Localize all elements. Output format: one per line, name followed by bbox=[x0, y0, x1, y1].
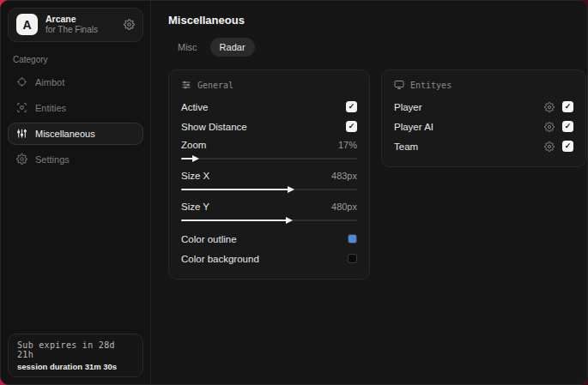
app-window: A Arcane for The Finals Category Aimbot bbox=[0, 0, 588, 385]
entity-row-team: Team ✓ bbox=[394, 136, 573, 156]
crosshair-icon bbox=[16, 76, 27, 87]
entities-panel: Entityes Player ✓ Player AI bbox=[381, 69, 586, 167]
player-ai-checkbox[interactable]: ✓ bbox=[562, 121, 573, 132]
size-x-slider-group: Size X 483px bbox=[181, 167, 357, 190]
subscription-card: Sub expires in 28d 21h session duration … bbox=[8, 334, 143, 377]
sidebar-item-aimbot[interactable]: Aimbot bbox=[8, 71, 143, 93]
toggle-row-active: Active ✓ bbox=[181, 97, 357, 117]
main-content: Miscellaneous Misc Radar General Active … bbox=[151, 1, 588, 384]
app-logo: A bbox=[16, 14, 38, 35]
app-subtitle: for The Finals bbox=[45, 25, 116, 36]
zoom-slider[interactable] bbox=[181, 158, 357, 159]
sliders-icon bbox=[16, 128, 27, 139]
entity-label: Player bbox=[394, 102, 422, 112]
size-x-slider[interactable] bbox=[181, 189, 357, 190]
sidebar-item-label: Entities bbox=[35, 103, 66, 113]
tab-radar[interactable]: Radar bbox=[210, 38, 255, 57]
slider-label: Zoom bbox=[181, 140, 206, 150]
slider-label: Size Y bbox=[181, 202, 209, 212]
app-name: Arcane bbox=[45, 14, 116, 25]
team-checkbox[interactable]: ✓ bbox=[562, 141, 573, 152]
show-distance-checkbox[interactable]: ✓ bbox=[346, 121, 357, 132]
sidebar-item-settings[interactable]: Settings bbox=[8, 148, 143, 171]
category-label: Category bbox=[13, 55, 138, 64]
slider-value: 17% bbox=[338, 140, 357, 150]
sidebar: A Arcane for The Finals Category Aimbot bbox=[1, 1, 151, 384]
toggle-label: Show Distance bbox=[181, 122, 247, 132]
entity-label: Team bbox=[394, 141, 418, 152]
slider-thumb[interactable] bbox=[192, 155, 199, 162]
sidebar-item-label: Settings bbox=[35, 154, 70, 165]
slider-thumb[interactable] bbox=[288, 186, 294, 193]
sidebar-nav: Aimbot Entities Miscellaneous Settings bbox=[8, 71, 143, 171]
zoom-slider-group: Zoom 17% bbox=[181, 136, 357, 159]
slider-thumb[interactable] bbox=[286, 217, 293, 224]
profile-card: A Arcane for The Finals bbox=[8, 8, 143, 42]
gear-icon bbox=[16, 153, 27, 165]
profile-gear-icon[interactable] bbox=[124, 19, 135, 30]
tab-bar: Misc Radar bbox=[168, 38, 586, 57]
color-label: Color background bbox=[181, 254, 259, 264]
entity-row-player: Player ✓ bbox=[394, 97, 573, 117]
entity-label: Player AI bbox=[394, 122, 433, 132]
panel-title: Entityes bbox=[410, 81, 452, 90]
sub-expiry-text: Sub expires in 28d 21h bbox=[17, 340, 134, 359]
monitor-icon bbox=[394, 80, 404, 90]
slider-value: 480px bbox=[331, 202, 357, 212]
sliders-horizontal-icon bbox=[181, 80, 191, 90]
panel-title: General bbox=[197, 81, 233, 90]
sidebar-item-label: Miscellaneous bbox=[35, 129, 95, 139]
toggle-label: Active bbox=[181, 102, 208, 112]
slider-label: Size X bbox=[181, 171, 209, 181]
sidebar-item-miscellaneous[interactable]: Miscellaneous bbox=[8, 123, 143, 145]
sidebar-item-label: Aimbot bbox=[35, 77, 64, 87]
session-duration-text: session duration 31m 30s bbox=[17, 362, 134, 371]
entity-row-player-ai: Player AI ✓ bbox=[394, 117, 573, 136]
color-background-row: Color background bbox=[181, 249, 357, 268]
color-outline-row: Color outline bbox=[181, 229, 357, 249]
size-y-slider[interactable] bbox=[181, 220, 357, 221]
toggle-row-show-distance: Show Distance ✓ bbox=[181, 117, 357, 136]
general-panel: General Active ✓ Show Distance ✓ Zoom 17… bbox=[168, 69, 370, 280]
player-gear-icon[interactable] bbox=[544, 102, 555, 112]
slider-value: 483px bbox=[331, 171, 357, 181]
active-checkbox[interactable]: ✓ bbox=[346, 101, 357, 112]
color-outline-swatch[interactable] bbox=[348, 234, 357, 244]
size-y-slider-group: Size Y 480px bbox=[181, 198, 357, 221]
color-label: Color outline bbox=[181, 234, 237, 244]
team-gear-icon[interactable] bbox=[544, 141, 555, 152]
tab-misc[interactable]: Misc bbox=[168, 38, 207, 57]
scan-icon bbox=[16, 102, 27, 113]
player-checkbox[interactable]: ✓ bbox=[562, 101, 573, 112]
sidebar-item-entities[interactable]: Entities bbox=[8, 97, 143, 119]
page-title: Miscellaneous bbox=[168, 14, 586, 27]
player-ai-gear-icon[interactable] bbox=[544, 122, 555, 132]
color-background-swatch[interactable] bbox=[348, 254, 357, 263]
